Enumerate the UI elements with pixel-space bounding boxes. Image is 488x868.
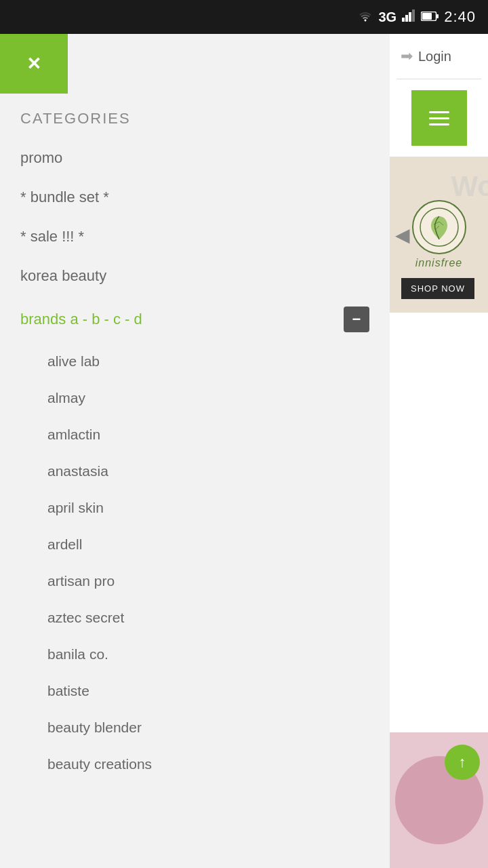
- shop-now-button[interactable]: SHOP NOW: [401, 278, 474, 299]
- innisfree-label: innisfree: [415, 257, 462, 269]
- network-label: 3G: [378, 9, 396, 25]
- sub-item-banila-co[interactable]: banila co.: [0, 636, 390, 673]
- nav-item-korea-beauty-label: korea beauty: [20, 267, 106, 285]
- scroll-top-button[interactable]: ↑: [445, 745, 480, 780]
- nav-item-brands-a-d[interactable]: brands a - b - c - d: [0, 296, 390, 343]
- nav-item-promo-label: promo: [20, 149, 62, 167]
- wifi-icon: [358, 9, 373, 25]
- sub-item-anastasia[interactable]: anastasia: [0, 453, 390, 490]
- sub-item-alive-lab[interactable]: alive lab: [0, 343, 390, 380]
- login-area[interactable]: ➡ Login: [390, 34, 488, 79]
- innisfree-banner: innisfree: [412, 200, 466, 269]
- scroll-top-icon: ↑: [459, 753, 466, 771]
- banner-text: Wo: [451, 170, 488, 203]
- signal-icon: [402, 9, 415, 25]
- svg-rect-5: [436, 14, 439, 18]
- nav-item-sale[interactable]: * sale !!! *: [0, 217, 390, 256]
- sub-item-ardell[interactable]: ardell: [0, 526, 390, 563]
- nav-item-sale-label: * sale !!! *: [20, 228, 84, 245]
- nav-item-promo[interactable]: promo: [0, 138, 390, 178]
- menu-button[interactable]: [411, 90, 467, 146]
- sidebar-drawer: ✕ CATEGORIES promo * bundle set * * sale…: [0, 34, 390, 868]
- nav-item-brands-label: brands a - b - c - d: [20, 311, 142, 328]
- sub-item-batiste[interactable]: batiste: [0, 673, 390, 709]
- sub-item-beauty-blender[interactable]: beauty blender: [0, 709, 390, 746]
- sub-item-aztec-secret[interactable]: aztec secret: [0, 599, 390, 636]
- svg-rect-1: [405, 15, 408, 22]
- main-layout: ✕ CATEGORIES promo * bundle set * * sale…: [0, 34, 488, 868]
- svg-rect-6: [422, 13, 432, 20]
- login-label: Login: [418, 49, 451, 64]
- close-icon: ✕: [26, 54, 41, 75]
- collapse-brands-icon[interactable]: [344, 307, 369, 332]
- status-icons: 3G 2:40: [358, 8, 476, 26]
- banner-prev-button[interactable]: ◀: [395, 224, 410, 246]
- hamburger-icon: [429, 111, 449, 125]
- nav-item-bundle-set[interactable]: * bundle set *: [0, 178, 390, 217]
- sub-item-amlactin[interactable]: amlactin: [0, 416, 390, 453]
- sub-item-artisan-pro[interactable]: artisan pro: [0, 563, 390, 599]
- sidebar-header-bg: [68, 34, 390, 94]
- sidebar-header: ✕: [0, 34, 390, 94]
- banner-area: innisfree Wo ◀ SHOP NOW: [390, 157, 488, 313]
- battery-icon: [421, 10, 439, 24]
- sub-item-almay[interactable]: almay: [0, 380, 390, 416]
- status-time: 2:40: [444, 8, 476, 26]
- login-icon: ➡: [401, 47, 413, 65]
- close-button[interactable]: ✕: [0, 34, 68, 94]
- status-bar: 3G 2:40: [0, 0, 488, 34]
- svg-rect-2: [409, 12, 411, 22]
- innisfree-logo: [412, 200, 466, 254]
- divider-1: [396, 79, 481, 79]
- svg-rect-0: [402, 18, 405, 22]
- right-panel: ➡ Login: [390, 34, 488, 868]
- svg-rect-3: [412, 9, 415, 22]
- nav-item-korea-beauty[interactable]: korea beauty: [0, 256, 390, 296]
- sub-item-beauty-creations[interactable]: beauty creations: [0, 746, 390, 783]
- sub-item-april-skin[interactable]: april skin: [0, 490, 390, 526]
- nav-item-bundle-set-label: * bundle set *: [20, 189, 109, 206]
- categories-heading: CATEGORIES: [0, 94, 390, 138]
